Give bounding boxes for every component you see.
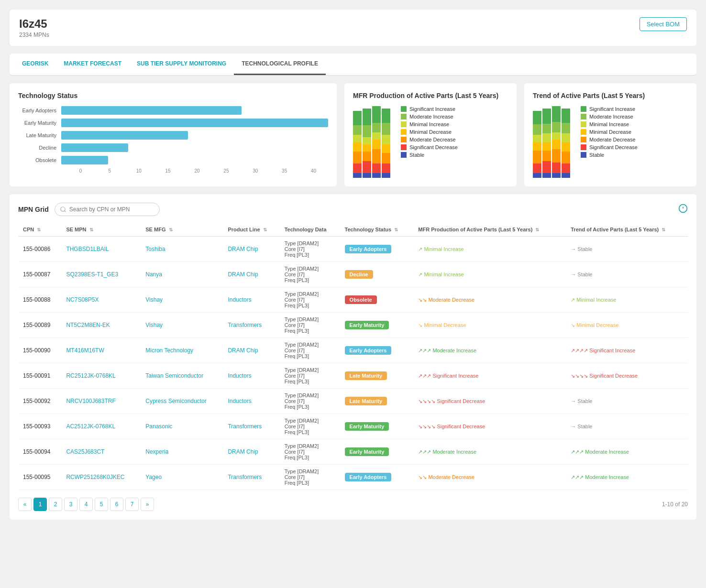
col-product-line[interactable]: Product Line ⇅ (223, 223, 279, 237)
col-se-mpn[interactable]: SE MPN ⇅ (61, 223, 141, 237)
mpn-link[interactable]: NC7S08P5X (66, 296, 99, 303)
cell-tech-data: Type [DRAM2]Core [I7]Freq [PL3] (280, 313, 340, 338)
mfg-link[interactable]: Vishay (145, 296, 163, 303)
cell-product-line[interactable]: DRAM Chip (223, 439, 279, 465)
product-link[interactable]: Transformers (228, 423, 262, 430)
tab-technological-profile[interactable]: TECHNOLOGICAL PROFILE (234, 54, 326, 75)
tab-georisk[interactable]: GEORISK (14, 54, 56, 75)
x-tick: 15 (154, 168, 183, 174)
cell-se-mpn[interactable]: RCWP251268K0JKEC (61, 465, 141, 490)
svg-rect-33 (533, 163, 541, 173)
trend-text: → Stable (571, 272, 683, 277)
bar-label: Late Maturity (18, 132, 61, 138)
page-button-5[interactable]: 5 (95, 498, 108, 511)
product-link[interactable]: DRAM Chip (228, 347, 258, 354)
cell-se-mfg[interactable]: Cypress Semiconductor (141, 389, 223, 414)
cell-se-mfg[interactable]: Toshiba (141, 237, 223, 262)
mfg-link[interactable]: Cypress Semiconductor (145, 398, 206, 404)
cell-se-mfg[interactable]: Taiwan Semiconductor (141, 363, 223, 389)
cell-se-mfg[interactable]: Nanya (141, 262, 223, 287)
download-icon[interactable] (678, 204, 688, 216)
mpn-link[interactable]: RC2512JK-0768KL (66, 372, 115, 379)
mpn-link[interactable]: RCWP251268K0JKEC (66, 474, 124, 480)
product-link[interactable]: Inductors (228, 372, 251, 379)
svg-rect-52 (562, 142, 570, 152)
cell-se-mpn[interactable]: RC2512JK-0768KL (61, 363, 141, 389)
cell-product-line[interactable]: Transformers (223, 465, 279, 490)
mfg-link[interactable]: Taiwan Semiconductor (145, 372, 203, 379)
trend-text: ↘↘↘↘ Significant Decrease (571, 373, 683, 379)
cell-product-line[interactable]: Inductors (223, 389, 279, 414)
legend-label: Significant Decrease (409, 144, 458, 150)
page-button-6[interactable]: 6 (110, 498, 123, 511)
mpn-link[interactable]: CAS25J683CT (66, 448, 104, 455)
mpn-link[interactable]: THGBSD1LBAIL (66, 246, 109, 252)
mpn-link[interactable]: MT416M16TW (66, 347, 104, 354)
cell-product-line[interactable]: DRAM Chip (223, 237, 279, 262)
tab-market-forecast[interactable]: MARKET FORECAST (56, 54, 129, 75)
cell-product-line[interactable]: DRAM Chip (223, 338, 279, 363)
mfg-link[interactable]: Micron Technology (145, 347, 193, 354)
cell-se-mpn[interactable]: NRCV100J683TRF (61, 389, 141, 414)
mfg-link[interactable]: Nexperia (145, 448, 168, 455)
col-trend[interactable]: Trend of Active Parts (Last 5 Years) ⇅ (566, 223, 688, 237)
cell-product-line[interactable]: Transformers (223, 414, 279, 439)
cell-se-mpn[interactable]: CAS25J683CT (61, 439, 141, 465)
cell-se-mpn[interactable]: NT5C2M8EN-EK (61, 313, 141, 338)
cell-se-mfg[interactable]: Nexperia (141, 439, 223, 465)
cell-product-line[interactable]: Inductors (223, 363, 279, 389)
cell-se-mpn[interactable]: AC2512JK-0768KL (61, 414, 141, 439)
svg-rect-42 (552, 106, 561, 122)
mfg-link[interactable]: Panasonic (145, 423, 172, 430)
col-se-mfg[interactable]: SE MFG ⇅ (141, 223, 223, 237)
mfg-link[interactable]: Toshiba (145, 246, 165, 252)
cell-product-line[interactable]: Inductors (223, 287, 279, 313)
cell-se-mpn[interactable]: MT416M16TW (61, 338, 141, 363)
product-link[interactable]: Inductors (228, 296, 251, 303)
cell-se-mfg[interactable]: Vishay (141, 313, 223, 338)
tab-sub-tier[interactable]: SUB TIER SUPPLY MONITORING (129, 54, 234, 75)
cell-se-mfg[interactable]: Yageo (141, 465, 223, 490)
cell-se-mfg[interactable]: Panasonic (141, 414, 223, 439)
x-tick: 25 (211, 168, 241, 174)
product-link[interactable]: DRAM Chip (228, 448, 258, 455)
search-input[interactable] (55, 203, 160, 216)
cell-product-line[interactable]: Transformers (223, 313, 279, 338)
legend-color (401, 129, 407, 135)
cell-se-mpn[interactable]: SQ2398ES-T1_GE3 (61, 262, 141, 287)
svg-rect-24 (382, 144, 390, 153)
mpn-link[interactable]: NRCV100J683TRF (66, 398, 115, 404)
pagination-prev[interactable]: « (18, 498, 32, 511)
page-button-3[interactable]: 3 (64, 498, 77, 511)
mfg-link[interactable]: Vishay (145, 322, 163, 328)
cell-product-line[interactable]: DRAM Chip (223, 262, 279, 287)
product-link[interactable]: Transformers (228, 322, 262, 328)
pagination-next[interactable]: » (141, 498, 154, 511)
mpn-link[interactable]: NT5C2M8EN-EK (66, 322, 110, 328)
page-title: I6z45 (19, 17, 49, 31)
page-button-4[interactable]: 4 (79, 498, 93, 511)
select-bom-button[interactable]: Select BOM (640, 17, 687, 31)
svg-rect-23 (382, 135, 390, 144)
cell-se-mfg[interactable]: Micron Technology (141, 338, 223, 363)
col-tech-status[interactable]: Technology Status ⇅ (340, 223, 414, 237)
mfg-link[interactable]: Nanya (145, 271, 162, 278)
cell-se-mpn[interactable]: THGBSD1LBAIL (61, 237, 141, 262)
product-link[interactable]: Inductors (228, 398, 251, 404)
tech-status-chart-card: Technology Status Early Adopters Early M… (10, 83, 337, 186)
svg-rect-14 (372, 106, 381, 123)
page-button-7[interactable]: 7 (125, 498, 139, 511)
legend-color (581, 144, 586, 150)
mfg-link[interactable]: Yageo (145, 474, 162, 480)
cell-se-mpn[interactable]: NC7S08P5X (61, 287, 141, 313)
col-mfr-production[interactable]: MFR Production of Active Parts (Last 5 Y… (413, 223, 566, 237)
mpn-link[interactable]: AC2512JK-0768KL (66, 423, 115, 430)
mpn-link[interactable]: SQ2398ES-T1_GE3 (66, 271, 118, 278)
col-cpn[interactable]: CPN ⇅ (18, 223, 61, 237)
cell-se-mfg[interactable]: Vishay (141, 287, 223, 313)
product-link[interactable]: DRAM Chip (228, 246, 258, 252)
page-button-2[interactable]: 2 (49, 498, 62, 511)
page-button-1[interactable]: 1 (33, 498, 47, 511)
product-link[interactable]: DRAM Chip (228, 271, 258, 278)
product-link[interactable]: Transformers (228, 474, 262, 480)
